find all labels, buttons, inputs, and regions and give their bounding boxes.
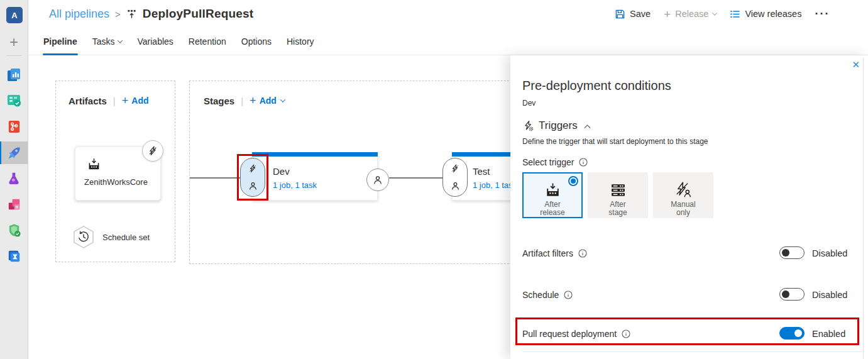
post-deployment-conditions-button-dev[interactable] (366, 168, 389, 191)
artifacts-icon (6, 197, 22, 213)
tab-label: Variables (137, 36, 173, 47)
add-stage-button[interactable]: +Add (250, 95, 285, 106)
view-releases-label: View releases (745, 9, 801, 19)
sidebar-item-test-plans[interactable] (0, 167, 28, 190)
triggers-description: Define the trigger that will start deplo… (522, 137, 708, 146)
save-button[interactable]: Save (615, 9, 651, 19)
stage-jobs-link[interactable]: 1 job, 1 task (273, 180, 317, 190)
panel-scrollbar[interactable] (863, 58, 864, 359)
pipeline-tabbar: Pipeline Tasks Variables Retention Optio… (28, 28, 868, 55)
close-icon[interactable]: ✕ (852, 60, 860, 69)
triggers-section-header[interactable]: Triggers (522, 119, 590, 132)
person-icon (451, 181, 460, 191)
tab-tasks[interactable]: Tasks (92, 28, 123, 55)
info-icon[interactable] (622, 329, 630, 338)
sidebar-item-artifacts[interactable] (0, 193, 28, 216)
tab-history[interactable]: History (286, 28, 315, 55)
person-icon (248, 181, 258, 191)
stage-card-dev[interactable]: Dev 1 job, 1 task (252, 152, 378, 201)
panel-stage-name: Dev (522, 99, 536, 108)
info-icon[interactable] (578, 249, 587, 258)
pre-deployment-conditions-button-dev[interactable] (240, 158, 265, 197)
tab-retention[interactable]: Retention (188, 28, 227, 55)
chevron-down-icon (280, 97, 285, 102)
add-artifact-button[interactable]: +Add (122, 95, 149, 106)
hourglass-icon (6, 248, 22, 264)
artifact-filters-label: Artifact filters (522, 248, 573, 258)
person-icon (373, 175, 383, 185)
add-label: Add (131, 96, 148, 106)
schedule-set-label: Schedule set (102, 233, 150, 242)
release-label: Release (675, 9, 708, 19)
connector-line (190, 177, 241, 179)
sidebar-divider (6, 55, 22, 56)
lightning-icon (248, 164, 257, 173)
info-icon[interactable] (579, 158, 588, 167)
project-avatar[interactable]: A (6, 7, 23, 23)
repos-icon (6, 119, 22, 135)
save-label: Save (630, 9, 651, 19)
pipelines-icon (6, 145, 23, 161)
release-definition-icon (126, 9, 137, 19)
add-label: Add (260, 96, 277, 106)
trigger-options: Afterrelease Afterstage Manualonly (522, 172, 713, 218)
pull-request-deployment-row: Pull request deployment Enabled (522, 327, 858, 341)
schedule-state: Disabled (812, 290, 847, 300)
option-label-line2: release (540, 208, 564, 217)
schedule-toggle[interactable] (779, 288, 805, 301)
sidebar-item-overview[interactable] (0, 64, 28, 86)
radio-selected-icon[interactable] (568, 176, 578, 186)
trigger-option-after-release[interactable]: Afterrelease (522, 172, 583, 218)
artifacts-title: Artifacts (69, 96, 107, 106)
schedule-set-button[interactable]: Schedule set (72, 225, 150, 249)
sidebar-item-boards[interactable] (0, 89, 28, 112)
tab-variables[interactable]: Variables (136, 28, 173, 55)
sidebar-item-pipelines[interactable] (0, 141, 28, 164)
artifacts-section: Artifacts | +Add ZenithWorksCore Schedul… (55, 80, 175, 262)
sidebar-item-security[interactable] (0, 219, 28, 241)
stage-name: Dev (273, 166, 290, 177)
tab-label: History (287, 36, 314, 47)
sidebar-item-repos[interactable] (0, 115, 28, 138)
after-release-icon (544, 178, 561, 199)
pipeline-title: DeployPullRequest (143, 7, 254, 21)
toggle-knob (782, 249, 789, 257)
lightning-icon (451, 164, 459, 173)
trigger-option-after-stage[interactable]: Afterstage (588, 172, 648, 218)
list-icon (730, 9, 740, 19)
add-project-item-icon[interactable]: + (0, 34, 28, 50)
save-icon (615, 9, 625, 19)
separator: | (113, 96, 116, 106)
option-label-line1: After (610, 200, 625, 209)
pull-request-deployment-toggle[interactable] (779, 327, 805, 340)
plus-icon: + (250, 95, 256, 106)
pull-request-deployment-label: Pull request deployment (522, 329, 617, 339)
continuous-deployment-trigger-badge[interactable] (142, 140, 163, 162)
tab-pipeline[interactable]: Pipeline (43, 28, 78, 55)
lightning-icon (148, 146, 158, 156)
plus-icon: + (664, 8, 671, 20)
chevron-down-icon (118, 38, 123, 43)
info-icon[interactable] (564, 290, 573, 299)
trigger-option-manual-only[interactable]: Manualonly (653, 172, 713, 218)
shield-check-icon (6, 223, 22, 238)
overview-icon (6, 67, 22, 83)
option-label-line2: only (676, 208, 690, 217)
tab-label: Retention (189, 36, 226, 47)
tab-options[interactable]: Options (241, 28, 272, 55)
pre-deployment-conditions-button-test[interactable] (442, 158, 468, 197)
panel-title: Pre-deployment conditions (522, 79, 671, 93)
breadcrumb-all-pipelines-link[interactable]: All pipelines (49, 8, 109, 21)
artifact-filters-state: Disabled (812, 248, 847, 258)
view-releases-button[interactable]: View releases (730, 9, 801, 19)
page-header: All pipelines > DeployPullRequest Save +… (28, 0, 868, 28)
artifact-filters-toggle[interactable] (779, 246, 805, 259)
schedule-row: Schedule Disabled (522, 288, 858, 302)
sidebar-item-queries[interactable] (0, 245, 28, 267)
more-actions-button[interactable]: ··· (815, 8, 830, 21)
pre-deployment-conditions-panel: ✕ Pre-deployment conditions Dev Triggers… (510, 55, 868, 359)
artifact-filters-row: Artifact filters Disabled (522, 246, 858, 260)
release-button[interactable]: + Release (664, 8, 717, 20)
plus-icon: + (122, 95, 129, 106)
tab-label: Pipeline (43, 36, 77, 47)
